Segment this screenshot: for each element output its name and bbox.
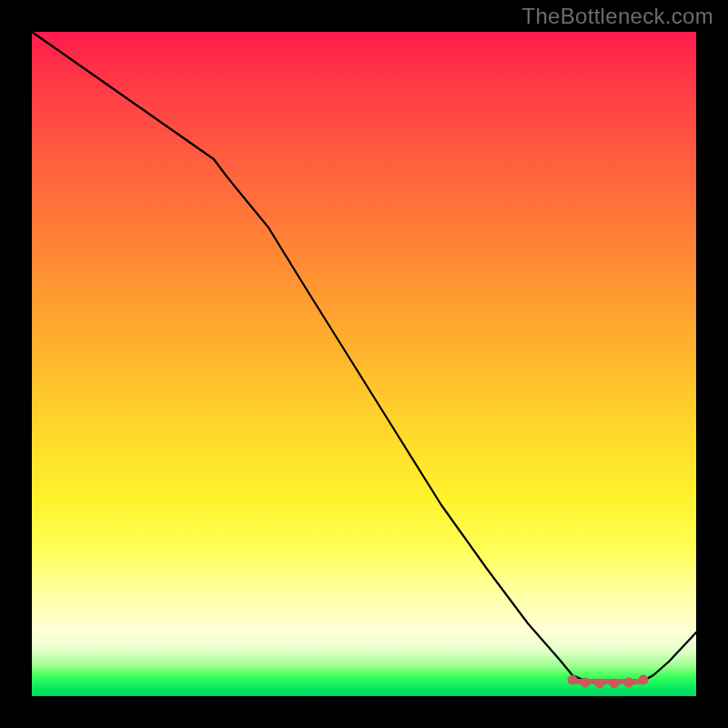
plateau-markers <box>568 675 648 688</box>
marker-dot <box>568 675 577 684</box>
bottleneck-curve <box>32 32 696 683</box>
watermark-text: TheBottleneck.com <box>521 4 713 29</box>
plot-area <box>32 32 696 696</box>
marker-dot <box>595 679 604 688</box>
marker-dot <box>639 675 648 684</box>
chart-frame: TheBottleneck.com <box>0 0 728 728</box>
marker-dot <box>581 678 590 687</box>
marker-dot <box>624 678 633 687</box>
chart-svg <box>32 32 696 696</box>
marker-dot <box>610 679 619 688</box>
